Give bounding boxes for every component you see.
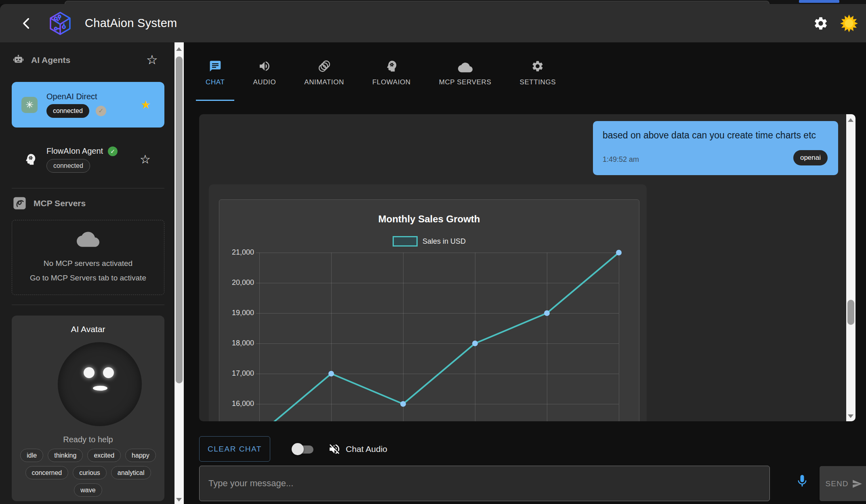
tab-animation[interactable]: ANIMATION (294, 52, 354, 101)
emotion-chip[interactable]: idle (20, 449, 43, 462)
agents-section-header: AI Agents (13, 54, 70, 65)
avatar-mouth (93, 386, 107, 391)
tab-audio[interactable]: AUDIO (243, 52, 286, 101)
favorite-star-outline-icon[interactable]: ☆ (140, 153, 151, 165)
emotion-chip[interactable]: excited (87, 449, 121, 462)
agent-status-badge: connected (46, 159, 90, 173)
mcp-section-title: MCP Servers (34, 199, 86, 208)
chat-audio-toggle[interactable] (292, 441, 318, 457)
legend-label: Sales in USD (422, 237, 466, 246)
scroll-down-arrow[interactable] (176, 498, 182, 502)
scroll-up-arrow[interactable] (176, 47, 182, 51)
send-button[interactable]: SEND (820, 466, 866, 501)
sales-line-series (259, 253, 619, 421)
divider (12, 305, 164, 305)
app-window: ChatAion System AI Agents ☆ ✳ OpenAI Dir… (0, 0, 866, 504)
cloud-icon (458, 59, 473, 73)
openai-logo-icon: ✳ (21, 97, 38, 113)
animation-rings-icon (318, 59, 331, 73)
mcp-empty-state: No MCP servers activated Go to MCP Serve… (12, 220, 164, 295)
app-header: ChatAion System (0, 4, 866, 42)
back-button[interactable] (15, 11, 39, 36)
tab-mcp-servers[interactable]: MCP SERVERS (429, 52, 501, 101)
mcp-empty-line1: No MCP servers activated (12, 259, 164, 268)
agent-status-badge: connected (46, 104, 89, 118)
check-circle-icon: ✓ (96, 106, 106, 116)
line-chart-plot (259, 253, 619, 421)
y-axis-tick-label: 21,000 (219, 248, 254, 257)
ai-avatar-card: AI Avatar Ready to help idlethinkingexci… (12, 316, 164, 501)
emotion-chip[interactable]: analytical (111, 466, 151, 479)
app-title: ChatAion System (85, 17, 177, 30)
agent-name: FlowAIon Agent (46, 146, 103, 156)
browser-tab-edge (65, 1, 769, 4)
chart-title: Monthly Sales Growth (219, 213, 639, 225)
theme-toggle-button[interactable] (838, 12, 860, 35)
user-message-bubble: based on above data can you create time … (593, 121, 838, 175)
connected-check-icon: ✓ (108, 146, 118, 156)
emotion-chip[interactable]: curious (73, 466, 107, 479)
favorites-filter-star[interactable]: ☆ (146, 53, 158, 66)
chat-icon (209, 59, 222, 73)
psychology-head-icon (24, 153, 37, 166)
send-label: SEND (826, 479, 849, 488)
mcp-servers-icon (13, 197, 26, 210)
y-axis-tick-label: 19,000 (219, 309, 254, 317)
avatar-eye (103, 367, 114, 378)
scrollbar-thumb[interactable] (176, 56, 183, 383)
avatar-title: AI Avatar (12, 324, 164, 334)
favorite-star-filled-icon[interactable]: ★ (141, 99, 151, 111)
assistant-message-bubble: Monthly Sales Growth Sales in USD 21,000… (209, 184, 647, 421)
tab-settings[interactable]: SETTINGS (510, 52, 565, 101)
settings-button[interactable] (809, 12, 832, 35)
scroll-up-arrow[interactable] (848, 118, 853, 122)
mcp-empty-line2: Go to MCP Servers tab to activate (12, 274, 164, 282)
speaker-muted-icon (328, 443, 341, 456)
chevron-left-icon (20, 17, 34, 30)
emotion-chips: idlethinkingexcitedhappyconcernedcurious… (12, 449, 164, 497)
tab-chat[interactable]: CHAT (196, 52, 234, 101)
browser-blue-indicator (799, 0, 839, 3)
message-text: based on above data can you create time … (603, 130, 816, 141)
tab-bar: CHAT AUDIO ANIMATION FLOWAION (196, 52, 565, 101)
agent-card-openai-direct[interactable]: ✳ OpenAI Direct connected ✓ ★ (12, 82, 164, 128)
emotion-chip[interactable]: happy (125, 449, 156, 462)
speaker-icon (258, 59, 271, 73)
toggle-knob[interactable] (292, 443, 304, 455)
paper-plane-icon (852, 479, 862, 489)
y-axis-tick-label: 17,000 (219, 369, 254, 378)
main-content: CHAT AUDIO ANIMATION FLOWAION (184, 42, 866, 504)
avatar-eye (84, 367, 95, 378)
emotion-chip[interactable]: wave (74, 483, 102, 497)
cloud-icon (77, 231, 99, 247)
agent-row-flowaion[interactable]: FlowAIon Agent ✓ connected ☆ (12, 141, 164, 178)
agent-name: OpenAI Direct (46, 92, 106, 101)
scrollbar-thumb[interactable] (847, 300, 854, 325)
chat-scrollbar[interactable] (846, 114, 855, 421)
chat-messages-panel: based on above data can you create time … (199, 114, 855, 421)
y-axis-tick-label: 16,000 (219, 399, 254, 408)
avatar-face (58, 342, 142, 426)
sidebar-scrollbar[interactable] (174, 42, 184, 504)
message-input[interactable] (199, 466, 770, 501)
legend-swatch (393, 236, 418, 247)
agents-section-title: AI Agents (31, 55, 70, 65)
chataion-logo-icon (48, 11, 73, 36)
emotion-chip[interactable]: thinking (48, 449, 83, 462)
y-axis-tick-label: 20,000 (219, 278, 254, 287)
agent-badge: openai (793, 150, 828, 165)
v-gridline (619, 253, 619, 421)
tab-flowaion[interactable]: FLOWAION (363, 52, 420, 101)
chart-legend: Sales in USD (219, 236, 639, 247)
divider (12, 188, 164, 188)
microphone-icon[interactable] (795, 474, 809, 490)
chat-controls: CLEAR CHAT Chat Audio (199, 436, 387, 462)
scroll-down-arrow[interactable] (848, 414, 853, 418)
gear-icon (531, 59, 544, 73)
gear-icon (813, 16, 828, 31)
avatar-status: Ready to help (12, 435, 164, 444)
message-composer: SEND (199, 464, 866, 501)
chart-card: Monthly Sales Growth Sales in USD 21,000… (219, 199, 639, 421)
emotion-chip[interactable]: concerned (25, 466, 69, 479)
clear-chat-button[interactable]: CLEAR CHAT (199, 436, 270, 462)
